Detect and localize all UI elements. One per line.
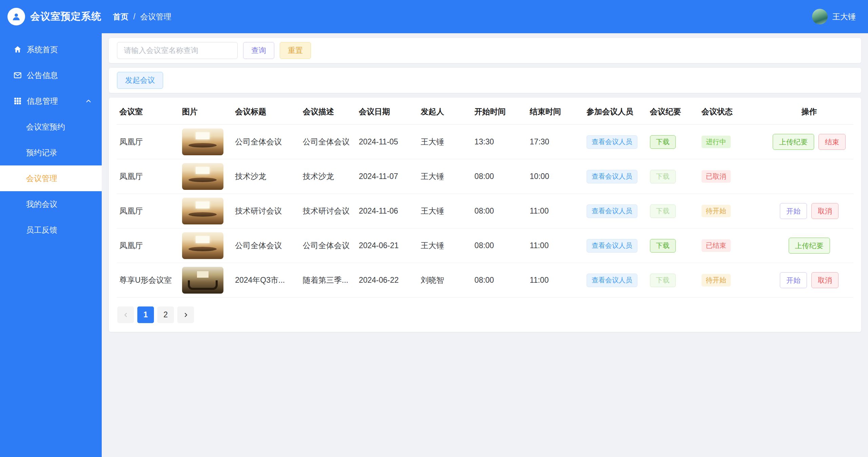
cell-photo <box>179 194 232 228</box>
cell-minutes: 下载 <box>647 228 699 263</box>
cell-title: 公司全体会议 <box>232 125 300 159</box>
cell-start-time: 08:00 <box>472 159 527 194</box>
column-header-minutes: 会议纪要 <box>647 98 699 125</box>
cell-photo <box>179 228 232 263</box>
room-name-search-input[interactable] <box>117 42 238 59</box>
sidebar-subitem-meeting-management[interactable]: 会议管理 <box>0 165 102 191</box>
table-card: 会议室 图片 会议标题 会议描述 会议日期 发起人 开始时间 结束时间 参加会议… <box>109 98 861 332</box>
cell-initiator: 王大锤 <box>418 159 472 194</box>
table-row: 凤凰厅 技术沙龙 技术沙龙 2024-11-07 王大锤 08:00 10:00… <box>117 159 853 194</box>
cell-title: 技术沙龙 <box>232 159 300 194</box>
cell-title: 技术研讨会议 <box>232 194 300 228</box>
status-badge: 待开始 <box>702 274 731 286</box>
cell-participants: 查看会议人员 <box>584 228 647 263</box>
table-row: 尊享U形会议室 2024年Q3市... 随着第三季... 2024-06-22 … <box>117 263 853 298</box>
menu-item-label: 系统首页 <box>27 44 58 55</box>
pagination-prev-button[interactable] <box>117 306 134 323</box>
view-participants-button[interactable]: 查看会议人员 <box>587 239 637 253</box>
cell-room: 凤凰厅 <box>117 228 179 263</box>
cell-initiator: 王大锤 <box>418 228 472 263</box>
cell-operations: 上传纪要结束 <box>765 125 853 159</box>
cell-photo <box>179 159 232 194</box>
view-participants-button[interactable]: 查看会议人员 <box>587 204 637 218</box>
reset-button[interactable]: 重置 <box>280 42 311 59</box>
sidebar-subitem-my-meetings[interactable]: 我的会议 <box>0 191 102 217</box>
search-card: 查询 重置 <box>109 38 861 63</box>
op-button[interactable]: 取消 <box>811 203 839 219</box>
cell-description: 技术研讨会议 <box>300 194 356 228</box>
op-button[interactable]: 开始 <box>780 203 807 219</box>
breadcrumb-current: 会议管理 <box>140 12 171 22</box>
sidebar-subitem-employee-feedback[interactable]: 员工反馈 <box>0 217 102 243</box>
chevron-left-icon <box>122 312 129 318</box>
cell-initiator: 刘晓智 <box>418 263 472 298</box>
cell-operations: 上传纪要 <box>765 228 853 263</box>
operations-group: 开始取消 <box>780 272 839 288</box>
breadcrumb-home[interactable]: 首页 <box>113 12 129 22</box>
menu-item-label: 信息管理 <box>27 96 58 106</box>
page-button-2[interactable]: 2 <box>157 306 174 323</box>
app-body: 系统首页 公告信息 信息管理 会议室预约 预约记录 会议管理 我的会议 员工反馈 <box>0 33 868 457</box>
sidebar-subitem-room-booking[interactable]: 会议室预约 <box>0 114 102 140</box>
sidebar-item-announcements[interactable]: 公告信息 <box>0 62 102 88</box>
operations-group: 上传纪要结束 <box>773 134 846 150</box>
cell-participants: 查看会议人员 <box>584 125 647 159</box>
query-button[interactable]: 查询 <box>243 42 274 59</box>
sidebar-item-info-management[interactable]: 信息管理 <box>0 88 102 114</box>
cell-end-time: 11:00 <box>527 194 584 228</box>
meeting-table-body: 凤凰厅 公司全体会议 公司全体会议 2024-11-05 王大锤 13:30 1… <box>117 125 853 298</box>
view-participants-button[interactable]: 查看会议人员 <box>587 274 637 287</box>
download-minutes-button[interactable]: 下载 <box>650 274 676 287</box>
user-avatar[interactable] <box>812 9 828 24</box>
sidebar-subitem-booking-records[interactable]: 预约记录 <box>0 140 102 165</box>
op-button[interactable]: 结束 <box>818 134 846 150</box>
cell-minutes: 下载 <box>647 125 699 159</box>
cell-start-time: 08:00 <box>472 194 527 228</box>
cell-date: 2024-11-05 <box>356 125 418 159</box>
cell-status: 待开始 <box>699 263 765 298</box>
user-name: 王大锤 <box>832 12 856 22</box>
cell-description: 技术沙龙 <box>300 159 356 194</box>
pagination-next-button[interactable] <box>177 306 194 323</box>
submenu-item-label: 会议室预约 <box>26 122 65 132</box>
op-button[interactable]: 上传纪要 <box>773 134 814 150</box>
column-header-start-time: 开始时间 <box>472 98 527 125</box>
cell-status: 进行中 <box>699 125 765 159</box>
room-photo <box>182 232 223 259</box>
cell-description: 随着第三季... <box>300 263 356 298</box>
create-meeting-button[interactable]: 发起会议 <box>117 72 163 89</box>
status-badge: 进行中 <box>702 136 731 148</box>
breadcrumb: 首页 / 会议管理 <box>113 12 171 22</box>
column-header-end-time: 结束时间 <box>527 98 584 125</box>
view-participants-button[interactable]: 查看会议人员 <box>587 170 637 183</box>
room-photo <box>182 198 223 224</box>
column-header-room: 会议室 <box>117 98 179 125</box>
room-photo <box>182 128 223 155</box>
grid-icon <box>13 97 22 105</box>
op-button[interactable]: 取消 <box>811 272 839 288</box>
op-button[interactable]: 上传纪要 <box>789 238 830 254</box>
download-minutes-button[interactable]: 下载 <box>650 170 676 183</box>
cell-end-time: 11:00 <box>527 263 584 298</box>
cell-minutes: 下载 <box>647 159 699 194</box>
top-header: 会议室预定系统 首页 / 会议管理 王大锤 <box>0 0 868 33</box>
cell-description: 公司全体会议 <box>300 125 356 159</box>
main-content: 查询 重置 发起会议 会议室 图片 <box>102 33 868 457</box>
cell-initiator: 王大锤 <box>418 194 472 228</box>
cell-status: 已结束 <box>699 228 765 263</box>
view-participants-button[interactable]: 查看会议人员 <box>587 135 637 149</box>
cell-status: 已取消 <box>699 159 765 194</box>
cell-operations <box>765 159 853 194</box>
download-minutes-button[interactable]: 下载 <box>650 204 676 218</box>
op-button[interactable]: 开始 <box>780 272 807 288</box>
download-minutes-button[interactable]: 下载 <box>650 239 676 253</box>
page-button-1[interactable]: 1 <box>137 306 154 323</box>
meeting-table: 会议室 图片 会议标题 会议描述 会议日期 发起人 开始时间 结束时间 参加会议… <box>117 98 853 298</box>
sidebar-item-system-home[interactable]: 系统首页 <box>0 37 102 62</box>
cell-minutes: 下载 <box>647 263 699 298</box>
room-photo <box>182 267 223 294</box>
cell-date: 2024-11-06 <box>356 194 418 228</box>
download-minutes-button[interactable]: 下载 <box>650 135 676 149</box>
user-area: 王大锤 <box>812 9 868 24</box>
room-photo <box>182 163 223 190</box>
